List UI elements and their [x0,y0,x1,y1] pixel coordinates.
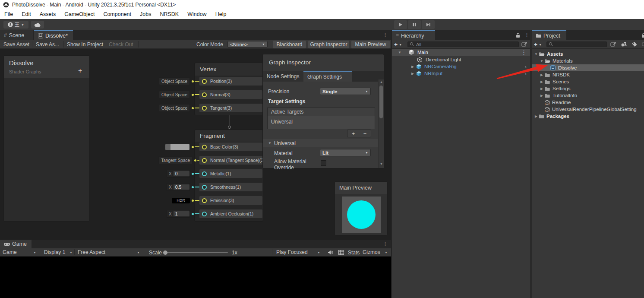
scroll-up-icon[interactable]: ▲ [380,80,383,83]
scroll-down-icon[interactable]: ▼ [380,162,383,165]
add-target-button[interactable]: + [352,130,355,137]
foldout-icon[interactable]: ▶ [539,80,544,84]
metallic-port[interactable] [202,171,207,176]
project-row-packages[interactable]: ▶ Packages [532,113,644,120]
menu-help[interactable]: Help [211,11,231,17]
hierarchy-row-main[interactable]: ▼ Main ⋮ [392,49,530,56]
ao-port[interactable] [202,212,207,216]
display-dropdown[interactable]: Display 1 ▼ [44,249,73,255]
menu-gameobject[interactable]: GameObject [60,11,99,17]
aspect-dropdown[interactable]: Free Aspect ▼ [78,249,140,255]
blackboard-toggle-button[interactable]: Blackboard [273,41,306,48]
menu-edit[interactable]: Edit [17,11,35,17]
scrollbar-thumb[interactable] [379,86,383,118]
foldout-icon[interactable]: ▶ [539,73,544,77]
save-as-button[interactable]: Save As... [36,41,59,48]
project-row-tutorialinfo[interactable]: ▶ TutorialInfo [532,92,644,99]
foldout-icon[interactable]: ▶ [539,94,544,98]
color-mode-dropdown[interactable]: <None> ▼ [227,41,268,48]
allow-material-override-checkbox[interactable] [321,160,326,166]
position-port[interactable] [202,79,207,84]
project-row-settings[interactable]: ▶ Settings [532,85,644,92]
smoothness-port[interactable] [202,185,207,190]
foldout-icon[interactable]: ▶ [534,114,539,118]
material-dropdown[interactable]: Lit ▼ [320,149,371,156]
project-row-materials[interactable]: ▼ Materials [532,57,644,64]
project-row-urp-settings[interactable]: {} UniversalRenderPipelineGlobalSetting [532,106,644,113]
create-button[interactable]: + ▼ [534,41,542,48]
shader-graph-menu-icon[interactable]: ⋮ [382,32,388,38]
lock-icon[interactable] [515,32,521,38]
vertex-node-header[interactable]: Vertex [194,63,263,76]
active-target-item[interactable]: Universal [268,116,375,129]
play-button[interactable] [394,20,407,29]
base-color-swatch[interactable] [165,144,190,150]
scale-slider-track[interactable] [165,252,228,253]
main-preview-toggle-button[interactable]: Main Preview [351,41,390,48]
tab-dissolve[interactable]: Dissolve* [34,30,73,40]
menu-window[interactable]: Window [183,11,211,17]
blackboard-header[interactable]: Dissolve Shader Graphs + [4,56,89,78]
save-asset-button[interactable]: Save Asset [3,41,29,48]
menu-jobs[interactable]: Jobs [136,11,155,17]
check-out-button[interactable]: Check Out [109,41,133,48]
account-button[interactable]: 王 ▼ [3,21,28,29]
mute-audio-button[interactable] [325,250,335,255]
tab-node-settings[interactable]: Node Settings [263,71,303,82]
search-by-type-icon[interactable] [621,41,627,47]
project-search-input[interactable] [546,41,607,47]
game-menu-icon[interactable]: ⋮ [382,241,388,247]
show-in-project-button[interactable]: Show In Project [67,41,103,48]
pause-button[interactable] [408,20,421,29]
emission-port[interactable] [202,198,207,203]
metallic-field[interactable]: X 0 [167,170,190,178]
prefab-open-chevron[interactable]: › [525,63,527,70]
hierarchy-menu-icon[interactable]: ⋮ [524,32,530,38]
universal-section-header[interactable]: ▼ Universal [263,139,378,147]
smoothness-field[interactable]: X 0.5 [167,183,190,191]
create-button[interactable]: + ▼ [394,41,402,48]
project-row-scenes[interactable]: ▶ Scenes [532,78,644,85]
menu-assets[interactable]: Assets [35,11,60,17]
tab-scene[interactable]: # Scene [0,30,33,40]
foldout-icon[interactable]: ▶ [539,87,544,91]
foldout-icon[interactable]: ▼ [534,52,539,56]
fragment-node-header[interactable]: Fragment [194,130,263,142]
remove-target-button[interactable]: − [363,130,367,137]
pick-window-icon[interactable] [610,41,616,47]
gizmos-dropdown[interactable]: Gizmos ▼ [363,249,388,255]
tab-project[interactable]: Project [532,30,566,40]
hierarchy-row-nrcamerarig[interactable]: ▶ NRCameraRig › [392,63,530,70]
menu-nrsdk[interactable]: NRSDK [155,11,183,17]
normal-ts-port[interactable] [202,158,207,163]
foldout-icon[interactable]: ▼ [539,59,544,63]
play-focused-dropdown[interactable]: Play Focused ▼ [276,249,320,255]
menu-file[interactable]: File [0,11,17,17]
favorite-icon[interactable] [641,41,644,47]
tab-game[interactable]: Game [0,240,32,248]
tangent-port[interactable] [202,106,207,111]
ao-field[interactable]: X 1 [167,210,190,218]
hierarchy-row-directional-light[interactable]: Directional Light [392,56,530,63]
project-row-assets[interactable]: ▼ Assets [532,51,644,57]
normal-port[interactable] [202,92,207,97]
foldout-icon[interactable]: ▶ [410,65,415,69]
project-row-nrsdk[interactable]: ▶ NRSDK [532,71,644,78]
tab-graph-settings[interactable]: Graph Settings [303,71,352,82]
hierarchy-search-input[interactable]: All [407,41,519,47]
precision-dropdown[interactable]: Single ▼ [320,88,371,95]
graph-inspector-toggle-button[interactable]: Graph Inspector [308,41,349,48]
search-by-label-icon[interactable] [631,41,638,47]
emission-hdr-swatch[interactable]: HDR [172,198,190,203]
menu-component[interactable]: Component [99,11,136,17]
foldout-icon[interactable]: ▶ [410,72,415,76]
lock-icon[interactable] [641,32,644,38]
row-menu-icon[interactable]: ⋮ [521,50,527,55]
blackboard-add-button[interactable]: + [78,67,82,75]
prefab-open-chevron[interactable]: › [525,70,527,77]
stats-button[interactable]: Stats [348,250,360,256]
base-color-port[interactable] [202,145,207,149]
hierarchy-row-nrinput[interactable]: ▶ NRInput › [392,70,530,77]
pick-window-icon[interactable] [521,41,527,47]
game-view-dropdown[interactable]: Game ▼ [3,249,36,255]
